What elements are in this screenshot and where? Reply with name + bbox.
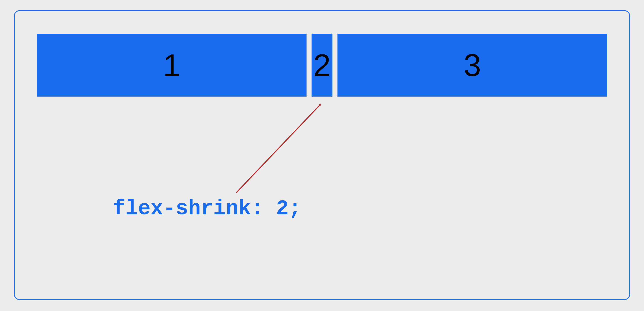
annotation-text: flex-shrink: 2; [113,197,301,221]
flex-item-2-label: 2 [313,47,330,83]
diagram-container: 1 2 3 flex-shrink: 2; [14,10,630,300]
flex-item-1: 1 [37,34,306,97]
svg-line-0 [236,104,321,193]
flex-container: 1 2 3 [37,34,607,97]
flex-item-2: 2 [312,34,332,97]
flex-item-3-label: 3 [464,47,481,83]
flex-item-3: 3 [338,34,607,97]
flex-item-1-label: 1 [163,47,180,83]
annotation-arrow-icon [207,99,353,203]
